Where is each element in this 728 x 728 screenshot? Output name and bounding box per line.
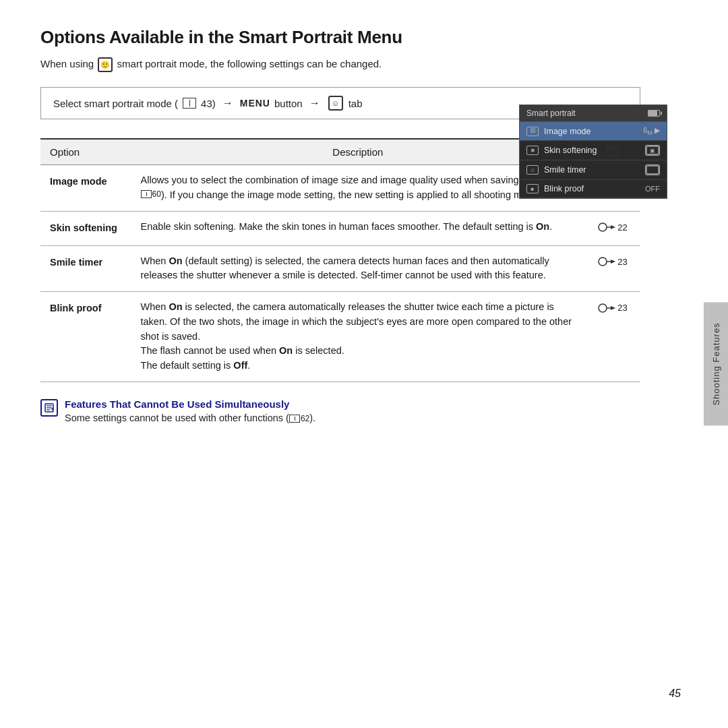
menu-row-image-mode: 🖼 Image mode 6M ▶ xyxy=(520,122,667,141)
svg-point-9 xyxy=(599,304,607,312)
option-smile: Smile timer xyxy=(40,245,131,292)
note-title: Features That Cannot Be Used Simultaneou… xyxy=(65,398,640,410)
smart-portrait-icon: 🙂 xyxy=(98,57,113,72)
note-body: Some settings cannot be used with other … xyxy=(65,413,640,423)
svg-marker-8 xyxy=(611,260,615,264)
camera-menu-title: Smart portrait xyxy=(526,109,576,118)
camera-menu-screenshot: Smart portrait 🖼 Image mode 6M ▶ ✱ Skin … xyxy=(519,104,667,199)
table-row: Skin softening Enable skin softening. Ma… xyxy=(40,211,640,245)
svg-rect-2 xyxy=(646,166,659,174)
table-row: Smile timer When On (default setting) is… xyxy=(40,245,640,292)
tab-icon: ☺ xyxy=(328,96,343,111)
skin-value-icon: ▣ xyxy=(645,145,660,156)
option-image-mode: Image mode xyxy=(40,165,131,212)
side-tab-label: Shooting Features xyxy=(711,322,721,405)
option-blink: Blink proof xyxy=(40,292,131,382)
ref-blink: 23 xyxy=(584,292,640,382)
page-number: 45 xyxy=(669,688,681,700)
note-section: Features That Cannot Be Used Simultaneou… xyxy=(40,398,640,423)
menu-row-icon-blink: ■ xyxy=(526,184,539,193)
menu-row-skin: ✱ Skin softening ▣ xyxy=(520,141,667,160)
battery-icon xyxy=(648,110,660,117)
ref-skin-icon: 22 xyxy=(597,221,627,235)
main-content: Options Available in the Smart Portrait … xyxy=(0,0,688,450)
book-icon xyxy=(183,98,196,109)
col-header-option: Option xyxy=(40,139,131,165)
desc-image-mode: Allows you to select the combination of … xyxy=(131,165,585,212)
svg-point-3 xyxy=(599,223,607,231)
nav-text: Select smart portrait mode ( xyxy=(53,98,178,109)
camera-menu-header: Smart portrait xyxy=(520,105,667,122)
note-icon xyxy=(40,399,58,417)
option-skin: Skin softening xyxy=(40,211,131,245)
page-title: Options Available in the Smart Portrait … xyxy=(40,27,640,48)
menu-row-icon-smile: ☺ xyxy=(526,165,539,175)
ref-skin: 22 xyxy=(584,211,640,245)
menu-row-blink: ■ Blink proof OFF xyxy=(520,180,667,198)
svg-marker-11 xyxy=(611,306,615,310)
ref-blink-icon: 23 xyxy=(597,301,627,315)
svg-text:▣: ▣ xyxy=(650,148,655,154)
side-tab: Shooting Features xyxy=(704,302,728,425)
menu-row-smile: ☺ Smile timer xyxy=(520,160,667,180)
desc-smile: When On (default setting) is selected, t… xyxy=(131,245,585,292)
table-row: Blink proof When On is selected, the cam… xyxy=(40,292,640,382)
note-content: Features That Cannot Be Used Simultaneou… xyxy=(65,398,640,423)
smile-value-icon xyxy=(645,164,660,175)
col-header-description: Description xyxy=(131,139,585,165)
camera-menu: Smart portrait 🖼 Image mode 6M ▶ ✱ Skin … xyxy=(519,104,667,199)
svg-marker-5 xyxy=(611,225,615,229)
menu-label: MENU xyxy=(240,98,270,109)
intro-paragraph: When using 🙂 smart portrait mode, the fo… xyxy=(40,57,640,72)
desc-skin: Enable skin softening. Make the skin ton… xyxy=(131,211,585,245)
svg-point-6 xyxy=(599,257,607,266)
desc-blink: When On is selected, the camera automati… xyxy=(131,292,585,382)
menu-row-icon-skin: ✱ xyxy=(526,146,539,155)
menu-row-icon-img: 🖼 xyxy=(526,127,539,136)
ref-smile: 23 xyxy=(584,245,640,292)
ref-smile-icon: 23 xyxy=(597,255,627,269)
